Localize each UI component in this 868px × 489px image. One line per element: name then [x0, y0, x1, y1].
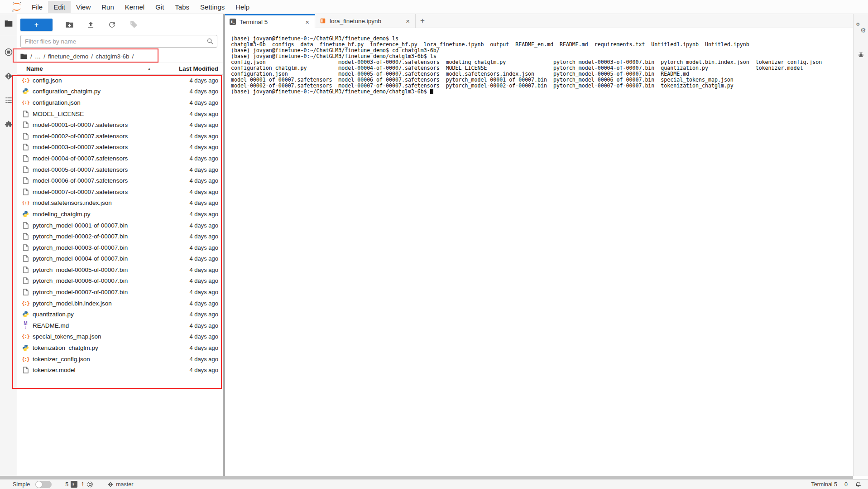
file-file-icon — [22, 166, 29, 173]
file-file-icon — [22, 289, 29, 296]
breadcrumb: / … / finetune_demo / chatglm3-6b / — [17, 50, 223, 63]
file-file-icon — [22, 110, 29, 117]
file-modified: 4 days ago — [175, 311, 218, 318]
search-icon — [206, 38, 214, 47]
file-row[interactable]: model-00006-of-00007.safetensors4 days a… — [17, 175, 223, 186]
simple-mode-toggle[interactable] — [35, 481, 52, 488]
file-row[interactable]: pytorch_model-00007-of-00007.bin4 days a… — [17, 286, 223, 298]
extension-manager-tab[interactable] — [0, 115, 17, 134]
terminal-panel[interactable]: (base) jovyan@finetune-0:~/ChatGLM3/fine… — [225, 28, 853, 476]
file-row[interactable]: model-00002-of-00007.safetensors4 days a… — [17, 131, 223, 142]
left-activity-bar — [0, 14, 17, 476]
notebook-icon — [320, 18, 326, 24]
tab-terminal-5[interactable]: $_ Terminal 5 × — [225, 14, 315, 28]
breadcrumb-separator: / — [43, 53, 45, 60]
file-row[interactable]: pytorch_model-00005-of-00007.bin4 days a… — [17, 264, 223, 276]
file-row[interactable]: configuration_chatglm.py4 days ago — [17, 86, 223, 97]
filter-files-input[interactable] — [20, 35, 217, 48]
file-name: pytorch_model-00003-of-00007.bin — [33, 244, 175, 251]
statusbar-context[interactable]: Terminal 5 — [811, 481, 837, 488]
new-launcher-button[interactable]: + — [20, 19, 53, 31]
new-folder-button[interactable] — [65, 20, 74, 29]
column-modified-header[interactable]: Last Modified — [177, 65, 218, 72]
git-tab[interactable] — [0, 67, 17, 86]
bell-icon[interactable] — [855, 481, 862, 488]
git-branch-icon — [107, 481, 114, 488]
table-of-contents-tab[interactable] — [0, 91, 17, 110]
json-file-icon: {:} — [22, 77, 29, 84]
file-modified: 4 days ago — [175, 344, 218, 351]
file-modified: 4 days ago — [175, 277, 218, 284]
file-row[interactable]: MODEL_LICENSE4 days ago — [17, 108, 223, 120]
menu-edit[interactable]: Edit — [48, 1, 71, 13]
file-name: MODEL_LICENSE — [33, 111, 175, 117]
py-file-icon — [22, 210, 29, 218]
file-row[interactable]: model-00001-of-00007.safetensors4 days a… — [17, 119, 223, 131]
file-browser-tab[interactable] — [0, 14, 17, 33]
menu-view[interactable]: View — [71, 1, 96, 13]
gears-icon: ⚙⚙ — [857, 24, 866, 33]
file-row[interactable]: tokenization_chatglm.py4 days ago — [17, 342, 223, 353]
refresh-button[interactable] — [107, 20, 116, 29]
close-tab-icon[interactable]: × — [304, 18, 310, 26]
file-row[interactable]: model-00004-of-00007.safetensors4 days a… — [17, 153, 223, 164]
file-row[interactable]: model-00003-of-00007.safetensors4 days a… — [17, 142, 223, 153]
column-name-header[interactable]: Name — [26, 65, 43, 72]
horizontal-splitter[interactable] — [0, 476, 853, 479]
file-row[interactable]: pytorch_model-00002-of-00007.bin4 days a… — [17, 231, 223, 242]
file-row[interactable]: model-00005-of-00007.safetensors4 days a… — [17, 164, 223, 175]
file-file-icon — [22, 277, 29, 285]
file-row[interactable]: M↓README.md4 days ago — [17, 320, 223, 331]
file-modified: 4 days ago — [175, 77, 218, 84]
running-sessions-tab[interactable] — [0, 43, 17, 62]
file-modified: 4 days ago — [175, 111, 218, 117]
tab-lora-finetune-notebook[interactable]: lora_finetune.ipynb × — [315, 14, 416, 28]
file-row[interactable]: pytorch_model-00006-of-00007.bin4 days a… — [17, 276, 223, 287]
file-list: {:}config.json4 days agoconfiguration_ch… — [17, 75, 223, 376]
file-row[interactable]: {:}model.safetensors.index.json4 days ag… — [17, 198, 223, 209]
file-row[interactable]: model-00007-of-00007.safetensors4 days a… — [17, 186, 223, 198]
git-branch-status[interactable]: master — [107, 481, 133, 488]
menu-tabs[interactable]: Tabs — [169, 1, 195, 13]
json-file-icon: {:} — [22, 300, 29, 307]
file-row[interactable]: quantization.py4 days ago — [17, 309, 223, 320]
debugger-tab[interactable] — [854, 44, 868, 65]
file-row[interactable]: {:}tokenizer_config.json4 days ago — [17, 353, 223, 365]
menu-settings[interactable]: Settings — [195, 1, 230, 13]
file-file-icon — [22, 244, 29, 251]
kernels-count[interactable]: 1 — [81, 481, 94, 488]
file-row[interactable]: modeling_chatglm.py4 days ago — [17, 208, 223, 220]
json-file-icon: {:} — [22, 99, 29, 106]
property-inspector-tab[interactable]: ⚙⚙ — [854, 18, 868, 39]
close-tab-icon[interactable]: × — [405, 17, 411, 25]
upload-button[interactable] — [86, 20, 95, 29]
file-row[interactable]: pytorch_model-00003-of-00007.bin4 days a… — [17, 242, 223, 253]
file-row[interactable]: pytorch_model-00004-of-00007.bin4 days a… — [17, 253, 223, 265]
file-row[interactable]: {:}config.json4 days ago — [17, 75, 223, 86]
menu-kernel[interactable]: Kernel — [120, 1, 150, 13]
file-modified: 4 days ago — [175, 189, 218, 195]
menu-run[interactable]: Run — [96, 1, 120, 13]
home-folder-icon[interactable] — [20, 53, 28, 60]
file-name: configuration_chatglm.py — [33, 88, 175, 95]
file-row[interactable]: tokenizer.model4 days ago — [17, 364, 223, 376]
menu-git[interactable]: Git — [150, 1, 169, 13]
file-row[interactable]: {:}pytorch_model.bin.index.json4 days ag… — [17, 298, 223, 309]
menu-file[interactable]: File — [26, 1, 48, 13]
git-tag-button-disabled[interactable] — [129, 20, 138, 29]
sort-ascending-icon[interactable]: ▲ — [147, 67, 151, 71]
menu-help[interactable]: Help — [230, 1, 255, 13]
notifications-count[interactable]: 0 — [844, 481, 848, 488]
breadcrumb-chatglm3-6b[interactable]: chatglm3-6b — [96, 53, 129, 60]
breadcrumb-ellipsis[interactable]: … — [35, 53, 41, 60]
status-bar: Simple 5 $_ 1 master — [0, 479, 868, 489]
add-tab-button[interactable]: + — [416, 14, 429, 28]
menu-items: FileEditViewRunKernelGitTabsSettingsHelp — [26, 0, 255, 14]
breadcrumb-finetune-demo[interactable]: finetune_demo — [48, 53, 88, 60]
file-name: quantization.py — [33, 311, 175, 318]
file-row[interactable]: {:}configuration.json4 days ago — [17, 97, 223, 108]
file-row[interactable]: pytorch_model-00001-of-00007.bin4 days a… — [17, 220, 223, 231]
file-modified: 4 days ago — [175, 133, 218, 140]
terminals-count[interactable]: 5 $_ — [65, 481, 77, 488]
file-row[interactable]: {:}special_tokens_map.json4 days ago — [17, 331, 223, 343]
